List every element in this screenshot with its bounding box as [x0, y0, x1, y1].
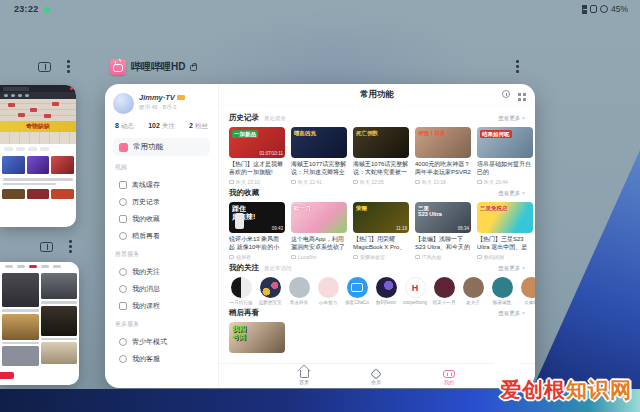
stat-dynamics[interactable]: 8动态: [115, 122, 134, 131]
section-follows-header: 我的关注 最近常访问 查看更多 >: [229, 263, 525, 273]
video-card[interactable]: 三星 S23 Ultra06:34 【老编】浅聊一下 S23 Ultra、和今天…: [415, 202, 471, 260]
followed-user[interactable]: 李永科学: [287, 277, 311, 305]
sidebar-item-offline-cache[interactable]: 离线缓存: [113, 176, 210, 193]
video-card[interactable]: 踩住 风口辣!09:43 锐评小米13 乘风而起 就像10年前的小米 锐评君: [229, 202, 285, 260]
nav-mine[interactable]: 我的: [443, 367, 455, 385]
content-panel: 常用功能 历史记录 最近观看 查看更多 > 一加新品01:07/10:11 【热…: [219, 84, 535, 388]
avatar: [289, 277, 310, 298]
feed-grid: [0, 271, 79, 368]
download-icon: [119, 181, 127, 189]
video-card[interactable]: 很强！归来 4000元的吃灰神器？两年半老玩家PSVR2体验分享 昨天 21:1…: [415, 127, 471, 185]
user-profile[interactable]: Jimmy·TV 硬币 46 · B币 0: [113, 93, 210, 114]
feed-tab-bar: [0, 262, 79, 271]
favorites-cards: 踩住 风口辣!09:43 锐评小米13 乘风而起 就像10年前的小米 锐评君 砍…: [229, 202, 525, 260]
main-window-titlebar: 哔哩哔哩HD: [110, 59, 197, 75]
sidebar-item-watch-later[interactable]: 稍后再看: [113, 227, 210, 244]
up-icon: [229, 255, 234, 259]
grid-menu-icon[interactable]: [518, 93, 521, 96]
split-screen-icon[interactable]: [40, 242, 53, 252]
avatar: [492, 277, 513, 298]
sidebar-item-my-follows[interactable]: 我的关注: [113, 263, 210, 280]
followed-user[interactable]: 老夫子: [461, 277, 485, 305]
video-card[interactable]: 我四 号回: [229, 322, 285, 353]
play-icon: [353, 180, 358, 184]
main-window-menu-icon[interactable]: [516, 60, 519, 73]
video-card[interactable]: 一加新品01:07/10:11 【热门】这才是我最喜欢的一加旗舰! 昨天 23:…: [229, 127, 285, 185]
home-icon: [300, 370, 309, 378]
play-icon: [291, 180, 296, 184]
video-card[interactable]: 荣耀11:19 【热门】用荣耀 MagicBook X Pro、搜出… 荣耀体验…: [353, 202, 409, 260]
sidebar-item-customer-service[interactable]: 我的客服: [113, 350, 210, 367]
sidebar-item-teen-mode[interactable]: 青少年模式: [113, 333, 210, 350]
video-card[interactable]: 结果如何呢 塔吊基础如何提升自己的 昨天 20:44: [477, 127, 533, 185]
app-title: 哔哩哔哩HD: [131, 60, 185, 74]
followed-user[interactable]: 一只特行猫: [229, 277, 253, 305]
stat-following[interactable]: 102关注: [148, 122, 175, 131]
vip-badge: [177, 95, 185, 100]
watch-later-cards: 我四 号回: [229, 322, 525, 353]
followed-user[interactable]: 追梦的宝宝: [258, 277, 282, 305]
followed-user[interactable]: 极客ChaCo: [345, 277, 369, 305]
more-options-icon[interactable]: [69, 240, 72, 253]
live-badge: [0, 372, 14, 379]
history-cards: 一加新品01:07/10:11 【热门】这才是我最喜欢的一加旗舰! 昨天 23:…: [229, 127, 525, 185]
video-thumbnail: 死亡倒数: [353, 127, 409, 158]
video-thumbnail: 踩住 风口辣!09:43: [229, 202, 285, 233]
star-icon: [119, 215, 127, 223]
video-thumbnail: 嗜血凶兆: [291, 127, 347, 158]
video-thumbnail: 很强！归来: [415, 127, 471, 158]
followed-user[interactable]: Hcoopethong: [403, 277, 427, 305]
view-more-link[interactable]: 查看更多 >: [498, 310, 525, 317]
bluetooth-icon: [582, 5, 587, 14]
view-more-link[interactable]: 查看更多 >: [498, 190, 525, 197]
battery-percent: 45%: [611, 4, 628, 14]
sidebar-item-common-functions[interactable]: 常用功能: [113, 138, 210, 156]
nav-member[interactable]: 会员: [371, 368, 381, 385]
browser-toolbar: [0, 92, 76, 99]
book-icon: [119, 302, 127, 310]
up-icon: [415, 255, 420, 259]
window-preview-feed[interactable]: [0, 262, 79, 385]
play-icon: [415, 180, 420, 184]
bilibili-tv-icon: [443, 370, 455, 378]
followed-user[interactable]: 大摩风: [519, 277, 535, 305]
history-shortcut-icon[interactable]: [502, 90, 510, 98]
followed-user[interactable]: 小米努力: [316, 277, 340, 305]
window-preview-browser[interactable]: 奇物缺缺: [0, 85, 76, 227]
shield-icon: [119, 338, 127, 346]
sidebar-item-favorites[interactable]: 我的收藏: [113, 210, 210, 227]
view-more-link[interactable]: 查看更多 >: [498, 265, 525, 272]
clock-time: 23:22: [14, 4, 39, 14]
common-functions-icon: [119, 143, 128, 152]
video-card[interactable]: 砍一刀 这个电商App，利用漏洞向安卓系统砍了一刀 Lucafilm: [291, 202, 347, 260]
more-options-icon[interactable]: [67, 60, 70, 73]
followed-user[interactable]: 猴赛诚恳: [490, 277, 514, 305]
video-card[interactable]: 嗜血凶兆 海贼王1077话完整解说：只加速克卿将全灭？山… 昨天 22:41: [291, 127, 347, 185]
bilibili-app-icon: [110, 59, 126, 75]
view-more-link[interactable]: 查看更多 >: [498, 115, 525, 122]
avatar[interactable]: [113, 93, 134, 114]
stat-fans[interactable]: 2粉丝: [189, 122, 208, 131]
member-icon: [370, 368, 381, 379]
video-card[interactable]: 三星免税店 【热门】三星S23 Ultra 退出中国、是认真的? 数码闲聊: [477, 202, 533, 260]
followed-user[interactable]: 程菜十一月: [432, 277, 456, 305]
nfc-icon: [590, 5, 597, 13]
follows-row: 一只特行猫 追梦的宝宝 李永科学 小米努力 极客ChaCo 数码Neon Hco…: [229, 277, 525, 305]
followed-user[interactable]: 数码Neon: [374, 277, 398, 305]
sidebar-item-my-courses[interactable]: 我的课程: [113, 297, 210, 314]
status-icons: 45%: [582, 4, 628, 14]
sidebar-item-history[interactable]: 历史记录: [113, 193, 210, 210]
main-app-window: Jimmy·TV 硬币 46 · B币 0 8动态 102关注 2粉丝 常用功能…: [105, 84, 535, 388]
video-card[interactable]: 死亡倒数 海贼王1076话完整解说：大蛇终究要被一切！就… 昨天 22:05: [353, 127, 409, 185]
avatar: [231, 277, 252, 298]
sidebar-group-services: 推荐服务: [115, 250, 208, 259]
recording-indicator-icon: [44, 7, 50, 13]
nav-home[interactable]: 首页: [299, 367, 309, 385]
play-icon: [477, 180, 482, 184]
split-screen-icon[interactable]: [38, 62, 51, 72]
sidebar-group-more: 更多服务: [115, 320, 208, 329]
user-coins: 硬币 46 · B币 0: [139, 104, 185, 111]
video-thumbnail: 一加新品01:07/10:11: [229, 127, 285, 158]
sidebar-item-my-messages[interactable]: 我的消息: [113, 280, 210, 297]
wallpaper-wedge: [522, 150, 640, 412]
